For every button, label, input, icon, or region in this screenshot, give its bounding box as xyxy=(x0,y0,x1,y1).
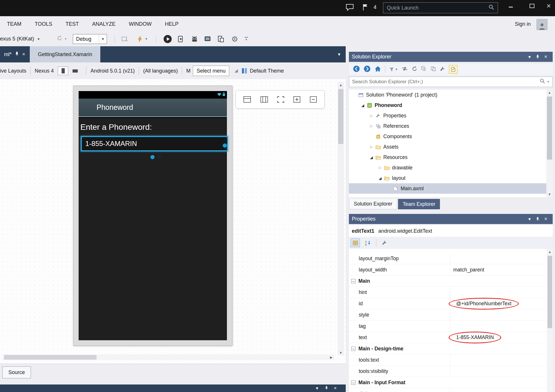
zoom-in-icon[interactable] xyxy=(293,96,301,103)
property-value-field[interactable]: @+id/PhoneNumberText xyxy=(450,298,547,309)
device-log-button[interactable] xyxy=(217,32,224,46)
property-pages-button[interactable] xyxy=(380,238,389,247)
tree-item-layout[interactable]: ◢layout xyxy=(349,173,553,183)
close-icon[interactable]: × xyxy=(542,54,550,60)
property-value-field[interactable] xyxy=(450,309,547,320)
expanded-twisty-icon[interactable]: ◢ xyxy=(359,103,366,108)
tree-item-assets[interactable]: ▷Assets xyxy=(349,142,553,152)
deploy-device-button[interactable] xyxy=(177,32,184,46)
home-button[interactable] xyxy=(374,65,381,73)
menu-item-test[interactable]: TEST xyxy=(66,21,79,27)
layout-root[interactable]: Enter a Phoneword: 1-855-XAMARIN xyxy=(79,118,227,340)
scrollbar-thumb[interactable] xyxy=(338,89,343,144)
close-button[interactable]: × xyxy=(542,1,555,11)
toolbar-overflow-button[interactable]: ▼ xyxy=(245,32,248,46)
properties-wrench-button[interactable] xyxy=(440,66,445,73)
device-target-dropdown[interactable]: exus 5 (KitKat) ▼ xyxy=(0,32,40,46)
window-position-icon[interactable]: ▼ xyxy=(526,55,534,59)
tree-item-drawable[interactable]: ▷drawable xyxy=(349,162,553,173)
property-value-field[interactable]: match_parent xyxy=(450,264,547,275)
collapse-all-button[interactable] xyxy=(421,66,427,73)
maximize-button[interactable] xyxy=(526,1,538,11)
refresh-button[interactable] xyxy=(412,66,417,73)
property-group-main-design-time[interactable]: –Main - Design-time xyxy=(349,343,547,354)
document-tab-gettingstarted[interactable]: GettingStarted.Xamarin xyxy=(30,46,100,62)
start-debug-button[interactable] xyxy=(164,32,172,46)
tree-item-resources[interactable]: ◢Resources xyxy=(349,152,553,162)
expanded-twisty-icon[interactable]: ◢ xyxy=(377,176,384,180)
sdk-manager-button[interactable] xyxy=(231,32,238,46)
resize-handle-bottom[interactable] xyxy=(150,155,155,159)
collapse-minus-icon[interactable]: – xyxy=(351,279,356,283)
zoom-out-icon[interactable] xyxy=(309,96,317,103)
tree-item-solution-phoneword-1-project[interactable]: Solution 'Phoneword' (1 project) xyxy=(349,90,553,100)
scroll-down-icon[interactable]: ▼ xyxy=(546,191,553,197)
language-selector[interactable]: (All languages) xyxy=(143,68,178,74)
notification-flag-icon[interactable] xyxy=(362,3,369,12)
menu-item-help[interactable]: HELP xyxy=(165,21,178,27)
collapsed-twisty-icon[interactable]: ▷ xyxy=(368,114,375,118)
refresh-device-button[interactable]: ▼ xyxy=(57,32,67,46)
sync-with-active-document-button[interactable] xyxy=(402,66,408,73)
user-avatar[interactable] xyxy=(536,19,547,30)
select-menu-dropdown[interactable]: Select menu xyxy=(193,66,229,76)
device-screen[interactable]: Phoneword Enter a Phoneword: 1-855-XAMAR… xyxy=(79,91,227,340)
close-tab-icon[interactable]: × xyxy=(22,51,25,57)
collapsed-twisty-icon[interactable]: ▷ xyxy=(368,124,375,128)
property-value-field[interactable] xyxy=(450,354,547,365)
expanded-twisty-icon[interactable]: ◢ xyxy=(368,155,375,160)
property-value-field[interactable] xyxy=(450,366,547,377)
tree-item-components[interactable]: Components xyxy=(349,131,553,142)
portrait-orientation-button[interactable] xyxy=(58,66,68,75)
window-position-icon[interactable]: ▼ xyxy=(526,217,534,221)
property-group-main-input-format[interactable]: –Main - Input Format xyxy=(349,377,547,388)
scroll-down-icon[interactable]: ▼ xyxy=(338,350,344,356)
edittext-widget-selected[interactable]: 1-855-XAMARIN xyxy=(81,136,228,151)
sign-in-link[interactable]: Sign in xyxy=(515,16,531,32)
minimize-button[interactable] xyxy=(504,1,517,11)
source-view-tab[interactable]: Source xyxy=(2,366,31,378)
preview-selected-items-toggle[interactable] xyxy=(449,65,458,74)
active-document-tab[interactable]: ml* × xyxy=(0,46,29,62)
adorner-dropdown-icon[interactable] xyxy=(157,156,162,159)
menu-item-window[interactable]: WINDOW xyxy=(129,21,151,27)
filter-dropdown[interactable]: ▼ xyxy=(389,67,398,72)
scroll-up-icon[interactable]: ▲ xyxy=(338,82,344,88)
scroll-up-icon[interactable]: ▲ xyxy=(546,90,553,95)
collapse-minus-icon[interactable]: – xyxy=(351,347,356,351)
android-version-selector[interactable]: Android 5.0.1 (v21) xyxy=(90,68,135,74)
back-button[interactable] xyxy=(353,65,360,73)
categorized-view-button[interactable] xyxy=(351,238,360,247)
tree-vertical-scrollbar[interactable]: ▲ ▼ xyxy=(546,90,553,197)
feedback-icon[interactable] xyxy=(346,3,354,12)
resize-handle-right[interactable] xyxy=(223,143,227,148)
fit-to-window-icon[interactable] xyxy=(277,96,285,103)
forward-button[interactable] xyxy=(364,65,371,73)
property-group-main[interactable]: –Main xyxy=(349,275,547,287)
scroll-right-icon[interactable]: ▶ xyxy=(328,354,334,360)
property-value-field[interactable] xyxy=(450,253,547,264)
tab-list-dropdown[interactable]: ▼ xyxy=(337,46,341,62)
notification-count[interactable]: 4 xyxy=(373,4,377,10)
property-value-field[interactable] xyxy=(450,388,547,392)
attach-to-process-button[interactable] xyxy=(121,32,128,46)
pin-icon[interactable] xyxy=(534,217,542,221)
pin-icon[interactable] xyxy=(325,386,328,391)
close-icon[interactable]: × xyxy=(334,385,337,391)
design-canvas[interactable]: Phoneword Enter a Phoneword: 1-855-XAMAR… xyxy=(0,79,346,364)
android-emulator-button[interactable] xyxy=(191,32,198,46)
landscape-orientation-button[interactable] xyxy=(70,66,80,75)
toggle-margins-icon[interactable] xyxy=(260,96,269,103)
properties-vertical-scrollbar[interactable]: ▲ xyxy=(547,249,553,392)
alternative-layouts-button[interactable]: ive Layouts xyxy=(0,68,26,74)
menu-item-tools[interactable]: TOOLS xyxy=(35,21,52,27)
device-selector[interactable]: Nexus 4 xyxy=(35,68,54,74)
scroll-up-icon[interactable]: ▲ xyxy=(547,249,553,255)
scrollbar-thumb[interactable] xyxy=(4,355,97,360)
canvas-vertical-scrollbar[interactable]: ▲ ▼ xyxy=(338,82,344,356)
quick-launch-box[interactable]: Quick Launch xyxy=(383,2,498,13)
configuration-combobox[interactable]: Debug ▼ xyxy=(73,34,107,44)
property-value-field[interactable]: 1-855-XAMARIN xyxy=(450,332,547,343)
property-value-field[interactable] xyxy=(450,287,547,298)
scrollbar-thumb[interactable] xyxy=(547,256,552,328)
